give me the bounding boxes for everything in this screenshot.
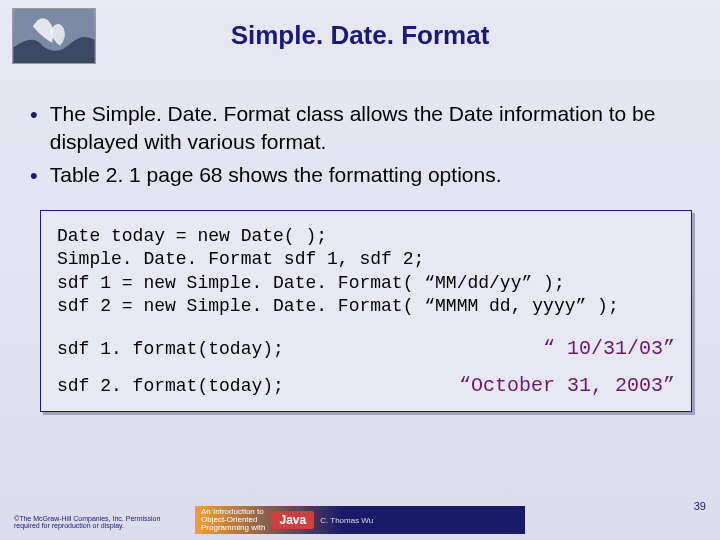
page-number: 39 [694, 500, 706, 512]
format-call: sdf 1. format(today); [57, 339, 284, 359]
code-line: Simple. Date. Format sdf 1, sdf 2; [57, 248, 675, 271]
slide-title: Simple. Date. Format [0, 20, 720, 51]
code-box: Date today = new Date( ); Simple. Date. … [40, 210, 692, 412]
slide: Simple. Date. Format • The Simple. Date.… [0, 0, 720, 540]
format-result: “October 31, 2003” [459, 374, 675, 397]
format-call: sdf 2. format(today); [57, 376, 284, 396]
code-line: Date today = new Date( ); [57, 225, 675, 248]
bullet-list: • The Simple. Date. Format class allows … [30, 100, 690, 194]
book-banner: An Introduction to Object-Oriented Progr… [195, 506, 525, 534]
format-example-row: sdf 2. format(today); “October 31, 2003” [57, 374, 675, 397]
banner-intro-line: Programming with [201, 524, 265, 532]
footer: ©The McGraw-Hill Companies, Inc. Permiss… [0, 500, 720, 540]
banner-author: C. Thomas Wu [320, 516, 373, 525]
bullet-text: The Simple. Date. Format class allows th… [50, 100, 690, 157]
format-result: “ 10/31/03” [543, 337, 675, 360]
code-line: sdf 1 = new Simple. Date. Format( “MM/dd… [57, 272, 675, 295]
bullet-dot-icon: • [30, 161, 38, 191]
bullet-item: • Table 2. 1 page 68 shows the formattin… [30, 161, 690, 191]
code-block: Date today = new Date( ); Simple. Date. … [57, 225, 675, 319]
code-line: sdf 2 = new Simple. Date. Format( “MMMM … [57, 295, 675, 318]
bullet-dot-icon: • [30, 100, 38, 130]
bullet-item: • The Simple. Date. Format class allows … [30, 100, 690, 157]
format-example-row: sdf 1. format(today); “ 10/31/03” [57, 337, 675, 360]
java-badge: Java [271, 511, 314, 529]
banner-intro: An Introduction to Object-Oriented Progr… [201, 508, 265, 532]
copyright-text: ©The McGraw-Hill Companies, Inc. Permiss… [14, 515, 174, 530]
bullet-text: Table 2. 1 page 68 shows the formatting … [50, 161, 502, 189]
